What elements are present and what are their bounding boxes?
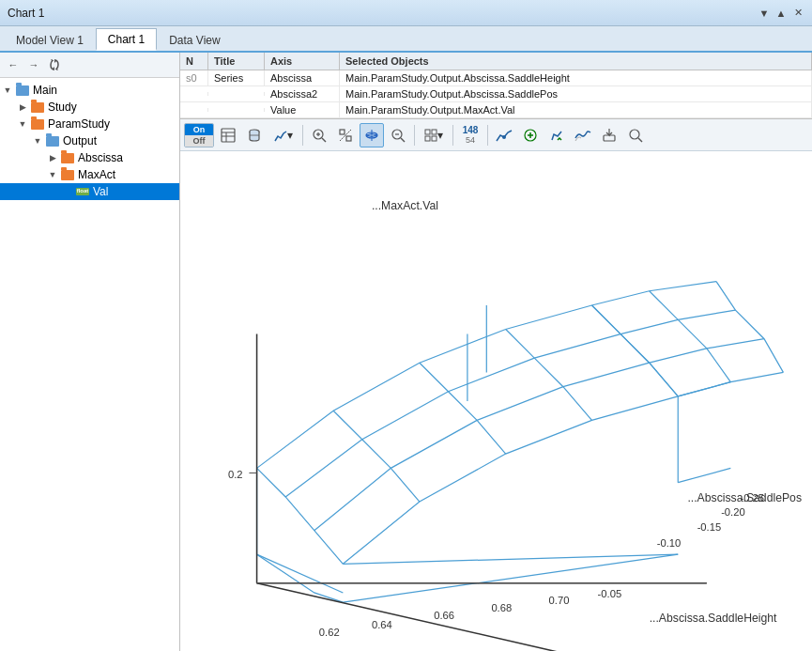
expander-paramstudy[interactable]: ▼	[15, 116, 30, 132]
svg-rect-2	[222, 129, 235, 142]
tree-node-output[interactable]: ▼ Output	[0, 132, 179, 149]
zoom-fit-button[interactable]	[333, 123, 358, 147]
col-header-axis: Axis	[265, 53, 340, 70]
svg-line-32	[257, 554, 344, 593]
tab-chart[interactable]: Chart 1	[96, 28, 157, 51]
series-cell-title-2	[208, 108, 265, 112]
svg-rect-13	[346, 136, 351, 141]
tree-node-study[interactable]: ▶ Study	[0, 99, 179, 116]
minimize-button[interactable]: ▼	[758, 7, 771, 20]
curve-tool-check[interactable]	[544, 123, 569, 147]
series-row-2[interactable]: Value Main.ParamStudy.Output.MaxAct.Val	[180, 102, 812, 118]
col-header-selected: Selected Objects	[340, 53, 812, 70]
tree-node-paramstudy[interactable]: ▼ ParamStudy	[0, 116, 179, 132]
svg-point-29	[630, 130, 639, 139]
series-row-1[interactable]: Abscissa2 Main.ParamStudy.Output.Absciss…	[180, 86, 812, 102]
series-cell-selected-0: Main.ParamStudy.Output.Abscissa.SaddleHe…	[340, 70, 812, 85]
on-off-toggle[interactable]: On Off	[184, 123, 214, 147]
main-layout: ← → ▼ Main ▶	[0, 53, 812, 651]
tree-node-main[interactable]: ▼ Main	[0, 82, 179, 99]
svg-line-14	[340, 130, 351, 141]
svg-rect-21	[432, 130, 437, 134]
tab-model-view[interactable]: Model View 1	[4, 28, 96, 51]
float-icon-val: float	[75, 185, 90, 198]
tree-node-abscissa[interactable]: ▶ Abscissa	[0, 149, 179, 166]
svg-text:0.68: 0.68	[491, 602, 512, 613]
num-bottom: 54	[466, 135, 475, 145]
label-paramstudy: ParamStudy	[48, 117, 110, 131]
curve-wave-button[interactable]	[571, 123, 595, 147]
tab-bar: Model View 1 Chart 1 Data View	[0, 26, 812, 53]
svg-text:...Abscissa.SaddlePos: ...Abscissa.SaddlePos	[687, 491, 802, 504]
label-maxact: MaxAct	[78, 168, 115, 181]
num-top: 148	[463, 125, 479, 135]
sep-4	[487, 125, 488, 146]
svg-point-24	[502, 135, 506, 139]
curve-tool-1[interactable]	[492, 123, 516, 147]
svg-text:0.2: 0.2	[228, 469, 243, 480]
series-cell-selected-2: Main.ParamStudy.Output.MaxAct.Val	[340, 102, 812, 117]
svg-rect-23	[432, 136, 437, 141]
tab-data-view[interactable]: Data View	[157, 28, 232, 51]
svg-rect-20	[425, 130, 430, 134]
3d-rotate-button[interactable]	[360, 123, 384, 147]
curve-export-button[interactable]	[597, 123, 621, 147]
tree-node-val[interactable]: float Val	[0, 183, 179, 200]
find-button[interactable]	[623, 123, 648, 147]
close-button[interactable]: ✕	[791, 7, 804, 20]
series-cell-axis-0: Abscissa	[265, 70, 340, 85]
svg-text:0.70: 0.70	[549, 595, 570, 606]
folder-icon-paramstudy	[30, 117, 45, 131]
label-main: Main	[33, 84, 57, 97]
table-button[interactable]	[216, 123, 240, 147]
svg-line-30	[638, 138, 642, 142]
folder-icon-main	[15, 84, 30, 97]
tree-toolbar: ← →	[0, 53, 179, 78]
svg-text:0.62: 0.62	[319, 627, 340, 638]
folder-icon-maxact	[60, 168, 75, 181]
series-cell-n-0: s0	[180, 70, 208, 85]
folder-icon-abscissa	[60, 151, 75, 164]
back-button[interactable]: ←	[4, 55, 23, 74]
zoom-in-button[interactable]	[307, 123, 331, 147]
label-abscissa: Abscissa	[78, 151, 123, 164]
col-header-title: Title	[208, 53, 265, 70]
svg-text:...MaxAct.Val: ...MaxAct.Val	[372, 199, 438, 212]
series-cell-axis-2: Value	[265, 102, 340, 117]
svg-line-18	[401, 138, 405, 142]
chart-type-button[interactable]: ▾	[268, 123, 299, 147]
add-curve-button[interactable]	[518, 123, 543, 147]
toggle-off-label: Off	[185, 135, 213, 147]
svg-text:0.66: 0.66	[434, 610, 454, 621]
expander-val	[60, 184, 75, 199]
tree-node-maxact[interactable]: ▼ MaxAct	[0, 166, 179, 183]
expander-maxact[interactable]: ▼	[45, 167, 60, 182]
expander-study[interactable]: ▶	[15, 100, 30, 115]
series-cell-title-0: Series	[208, 70, 265, 85]
series-cell-title-1	[208, 92, 265, 96]
svg-text:-0.05: -0.05	[598, 588, 622, 599]
label-val: Val	[93, 185, 108, 198]
series-cell-n-2	[180, 108, 208, 112]
svg-rect-12	[340, 130, 345, 134]
svg-text:...Abscissa.SaddleHeight: ...Abscissa.SaddleHeight	[650, 612, 777, 625]
expander-output[interactable]: ▼	[30, 133, 45, 148]
chart-toolbar: On Off ▾	[180, 119, 812, 151]
label-output: Output	[63, 134, 97, 147]
number-display-button[interactable]: 148 54	[457, 123, 483, 147]
expander-abscissa[interactable]: ▶	[45, 150, 60, 165]
svg-text:-0.20: -0.20	[721, 506, 745, 518]
title-bar-controls: ▼ ▲ ✕	[758, 7, 804, 20]
expander-main[interactable]: ▼	[0, 83, 15, 98]
zoom-select-button[interactable]	[386, 123, 410, 147]
folder-icon-study	[30, 101, 45, 114]
grid-button[interactable]: ▾	[419, 123, 449, 147]
forward-button[interactable]: →	[24, 55, 43, 74]
maximize-button[interactable]: ▲	[774, 7, 788, 20]
database-button[interactable]	[242, 123, 267, 147]
tree-container: ▼ Main ▶ Study ▼ ParamStudy	[0, 78, 179, 204]
svg-text:-0.10: -0.10	[657, 537, 682, 549]
series-row-0[interactable]: s0 Series Abscissa Main.ParamStudy.Outpu…	[180, 70, 812, 86]
svg-rect-28	[604, 135, 615, 141]
sync-button[interactable]	[45, 55, 64, 74]
